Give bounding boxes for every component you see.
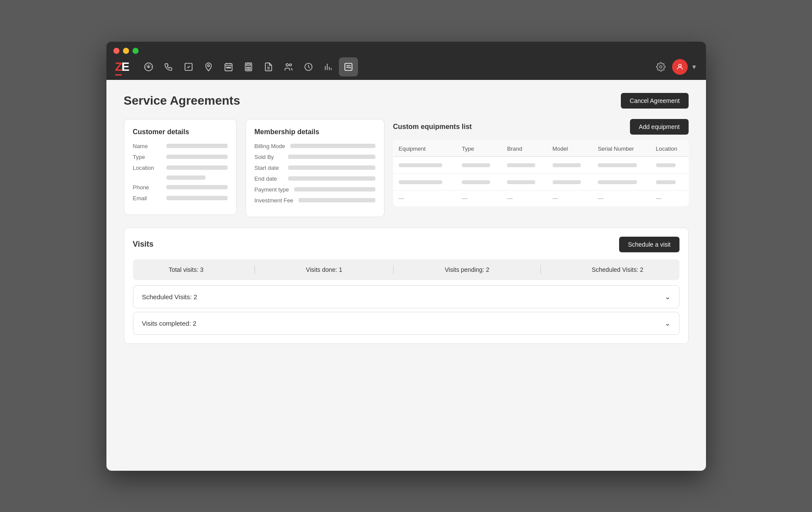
end-date-label: End date [255,175,283,182]
customer-details-title: Customer details [133,128,228,136]
cell-type [457,156,502,173]
customer-type-label: Type [133,154,161,160]
billing-mode-row: Billing Mode [255,143,375,149]
cell-serial [593,173,651,190]
table-row [393,156,688,173]
nav-right: ▼ [653,59,697,75]
svg-point-13 [290,64,292,66]
app-window: ZE [106,42,706,471]
customer-location-row: Location [133,165,228,171]
cell-serial [593,156,651,173]
nav-service-agreements[interactable] [339,57,358,76]
svg-rect-15 [345,63,352,70]
membership-details-card: Membership details Billing Mode Sold By … [245,119,384,217]
payment-type-value [294,187,375,192]
page-header: Service Agreements Cancel Agreement [124,93,689,109]
cell-equipment: — [393,190,457,206]
payment-type-label: Payment type [255,186,289,193]
customer-phone-label: Phone [133,184,161,191]
cell-serial: — [593,190,651,206]
navbar: ZE [106,54,706,80]
customer-location-sub [166,175,228,180]
accordion-chevron-icon: ⌄ [665,319,670,327]
customer-location-value [166,165,228,170]
add-equipment-button[interactable]: Add equipment [630,119,688,135]
schedule-visit-button[interactable]: Schedule a visit [619,237,679,252]
end-date-value [288,176,375,181]
equipment-header-row: Equipment Type Brand Model Serial Number… [393,141,688,156]
cell-model: — [547,190,593,206]
svg-point-9 [247,69,248,69]
billing-mode-value [290,144,375,148]
visits-pending-stat: Visits pending: 2 [445,266,489,273]
equipment-table-head: Equipment Type Brand Model Serial Number… [393,141,688,156]
cell-location [651,156,688,173]
nav-reports[interactable] [259,57,278,76]
sold-by-row: Sold By [255,154,375,160]
customer-type-value [166,155,228,159]
maximize-button[interactable] [133,48,139,54]
nav-calculator[interactable] [239,57,258,76]
stats-bar: Total visits: 3 Visits done: 1 Visits pe… [133,259,679,280]
customer-phone-row: Phone [133,184,228,191]
nav-calendar[interactable] [219,57,238,76]
logo[interactable]: ZE [115,60,129,74]
svg-point-6 [247,67,248,68]
membership-details-title: Membership details [255,128,375,136]
col-model: Model [547,141,593,156]
investment-fee-label: Investment Fee [255,197,294,204]
nav-chart[interactable] [319,57,338,76]
scheduled-visits-accordion[interactable]: Scheduled Visits: 2 ⌄ [133,285,679,308]
nav-icons [139,57,651,76]
settings-icon[interactable] [653,59,669,75]
col-serial: Serial Number [593,141,651,156]
customer-email-row: Email [133,195,228,201]
col-location: Location [651,141,688,156]
start-date-value [288,165,375,170]
user-avatar[interactable] [672,59,688,75]
customer-phone-value [166,185,228,189]
svg-point-11 [250,69,251,69]
nav-team[interactable] [279,57,298,76]
start-date-row: Start date [255,165,375,171]
nav-check[interactable] [179,57,198,76]
equipment-table: Equipment Type Brand Model Serial Number… [393,141,689,206]
cell-equipment [393,173,457,190]
cell-location: — [651,190,688,206]
nav-clock[interactable] [299,57,318,76]
scheduled-visits-stat: Scheduled Visits: 2 [592,266,643,273]
customer-type-row: Type [133,154,228,160]
svg-point-7 [248,67,249,68]
investment-fee-row: Investment Fee [255,197,375,204]
payment-type-row: Payment type [255,186,375,193]
nav-dashboard[interactable] [139,57,158,76]
equipment-title: Custom equipments list [393,123,472,131]
cancel-agreement-button[interactable]: Cancel Agreement [621,93,688,109]
nav-phone[interactable] [159,57,178,76]
visits-title: Visits [133,240,154,249]
page-title: Service Agreements [124,94,240,108]
customer-location-sub-value [166,175,205,180]
visits-section: Visits Schedule a visit Total visits: 3 … [124,228,689,344]
end-date-row: End date [255,175,375,182]
svg-point-2 [208,64,210,66]
cell-model [547,173,593,190]
cell-brand: — [502,190,547,206]
cell-type: — [457,190,502,206]
svg-rect-5 [247,64,251,66]
equipment-header: Custom equipments list Add equipment [393,119,689,135]
minimize-button[interactable] [123,48,129,54]
accordion-chevron-icon: ⌄ [665,293,670,301]
sold-by-value [288,155,375,159]
nav-location[interactable] [199,57,218,76]
table-row [393,173,688,190]
investment-fee-value [298,198,375,202]
total-visits-stat: Total visits: 3 [169,266,203,273]
svg-point-17 [679,64,681,67]
completed-visits-accordion[interactable]: Visits completed: 2 ⌄ [133,312,679,335]
stat-divider [255,265,255,274]
close-button[interactable] [113,48,119,54]
customer-location-label: Location [133,165,161,171]
dropdown-chevron-icon[interactable]: ▼ [691,63,697,70]
equipment-section: Custom equipments list Add equipment Equ… [393,119,689,206]
